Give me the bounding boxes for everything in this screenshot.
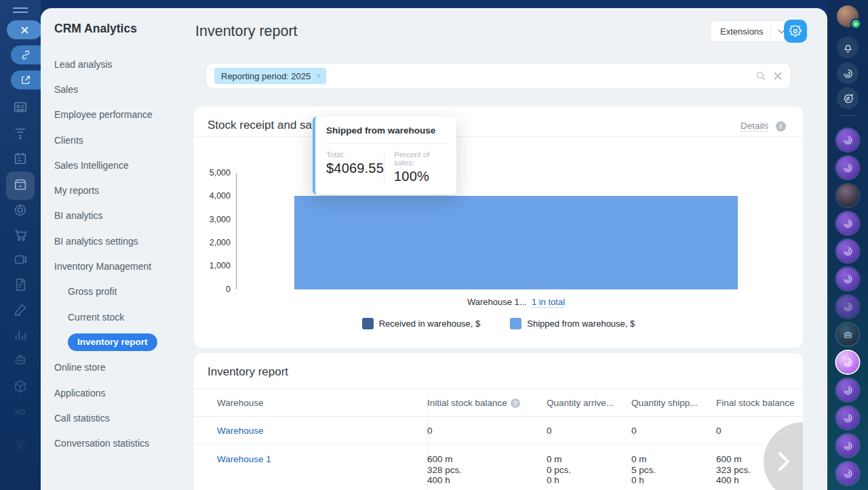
y-tick: 4,000 (199, 191, 231, 201)
store-icon[interactable] (11, 175, 30, 194)
cart-icon[interactable] (11, 226, 30, 245)
camera-icon[interactable] (11, 250, 30, 269)
sidebar-item-clients[interactable]: Clients (41, 127, 194, 152)
sidebar-item-gross-profit[interactable]: Gross profit (41, 279, 194, 304)
column-quantity-shipped[interactable]: Quantity shipp... (631, 398, 716, 408)
contact-card-icon[interactable] (11, 98, 30, 117)
sidebar-item-lead-analysis[interactable]: Lead analysis (41, 52, 194, 77)
sidebar-item-online-store[interactable]: Online store (41, 355, 194, 380)
info-icon[interactable]: i (776, 121, 786, 131)
column-initial-stock[interactable]: Initial stock balance? (427, 398, 547, 408)
planner-icon[interactable] (11, 149, 30, 168)
details-link[interactable]: Details (741, 121, 768, 131)
bar-shipped-from-warehouse[interactable] (294, 196, 738, 289)
tooltip-percent-label: Percent of sales: (394, 150, 446, 167)
sidebar-item-conversation-statistics[interactable]: Conversation statistics (41, 430, 194, 455)
tooltip-title: Shipped from warehouse (326, 125, 446, 136)
right-sidebar (827, 0, 868, 490)
sidebar-item-employee-performance[interactable]: Employee performance (41, 102, 194, 127)
sidebar-item-call-statistics[interactable]: Call statistics (41, 405, 194, 430)
hd-icon[interactable]: HD (11, 403, 30, 422)
bar-chart-icon[interactable] (11, 325, 30, 344)
sidebar-item-sales[interactable]: Sales (41, 77, 194, 102)
table-row[interactable]: Warehouse 1 600 m 328 pcs. 400 h 0 m 0 p… (194, 445, 803, 490)
sidebar-item-sales-intelligence[interactable]: Sales Intelligence (41, 152, 194, 178)
chat-avatar-copilot[interactable] (837, 268, 859, 290)
target-icon[interactable] (11, 201, 30, 220)
x-axis-label: Warehouse 1... 1 in total (294, 297, 738, 307)
sidebar-item-inventory-management[interactable]: Inventory Management (41, 253, 194, 279)
chat-avatar-copilot[interactable] (837, 157, 859, 179)
filter-bar[interactable]: Reporting period: 2025 × (206, 64, 791, 88)
chat-avatar-copilot[interactable] (837, 434, 859, 457)
chart-card: Stock receipt and sale Details i 5,000 4… (194, 106, 803, 348)
y-tick: 5,000 (199, 168, 231, 178)
user-avatar[interactable] (837, 5, 859, 27)
play-badge-icon (850, 18, 861, 29)
question-icon[interactable]: ? (511, 399, 520, 408)
copilot-button[interactable] (837, 62, 859, 84)
legend-swatch-received (362, 318, 374, 329)
chart-title: Stock receipt and sale (208, 119, 321, 132)
card-divider (194, 136, 803, 137)
link-icon (20, 49, 31, 60)
sidebar-title: CRM Analytics (54, 22, 137, 36)
warehouse-link[interactable]: Warehouse (217, 426, 264, 436)
legend-item-received[interactable]: Received in warehouse, $ (362, 318, 481, 329)
chat-avatar-copilot[interactable] (837, 240, 859, 262)
sidebar-item-current-stock[interactable]: Current stock (41, 304, 194, 329)
table-card: Inventory report Warehouse Initial stock… (194, 353, 803, 490)
column-quantity-arrived[interactable]: Quantity arrive... (547, 398, 631, 408)
sidebar-item-bi-analytics-settings[interactable]: BI analytics settings (41, 228, 194, 253)
chat-avatar-robot[interactable] (837, 323, 859, 346)
funnel-icon[interactable] (11, 123, 30, 142)
search-icon[interactable] (755, 70, 766, 81)
chat-avatar-copilot[interactable] (837, 212, 859, 234)
chart-legend: Received in warehouse, $ Shipped from wa… (194, 318, 803, 329)
chat-avatar-copilot-active[interactable] (837, 351, 859, 373)
chevron-right-icon (778, 452, 789, 471)
document-icon[interactable] (11, 275, 30, 294)
box-icon[interactable] (11, 377, 30, 396)
tooltip-divider (326, 143, 446, 144)
settings-button[interactable] (784, 20, 807, 43)
gear-icon[interactable] (11, 436, 30, 455)
legend-item-shipped[interactable]: Shipped from warehouse, $ (510, 318, 635, 329)
chat-avatar-copilot[interactable] (837, 462, 859, 485)
pen-icon[interactable] (11, 300, 30, 319)
y-tick: 2,000 (199, 238, 231, 247)
chat-avatar-copilot[interactable] (837, 379, 859, 401)
extensions-button[interactable]: Extensions (711, 21, 792, 41)
sidebar-item-bi-analytics[interactable]: BI analytics (41, 203, 194, 228)
copy-link-button[interactable] (11, 45, 41, 64)
menu-icon[interactable] (12, 7, 28, 16)
sidebar-menu: Lead analysis Sales Employee performance… (41, 52, 194, 456)
sidebar-item-my-reports[interactable]: My reports (41, 178, 194, 203)
column-warehouse[interactable]: Warehouse (194, 398, 427, 408)
in-total-link[interactable]: 1 in total (532, 297, 565, 308)
close-icon (20, 26, 29, 35)
robot-icon[interactable] (11, 350, 30, 369)
sidebar-item-inventory-report[interactable]: Inventory report (41, 329, 194, 354)
chat-avatar-copilot[interactable] (837, 407, 859, 429)
chat-avatar-copilot[interactable] (837, 129, 859, 151)
warehouse-1-link[interactable]: Warehouse 1 (217, 454, 271, 464)
column-final-stock[interactable]: Final stock balance (716, 398, 803, 408)
chart-tooltip: Shipped from warehouse Total: $4069.55 P… (313, 117, 456, 195)
chat-button[interactable] (837, 87, 859, 109)
y-tick: 1,000 (199, 261, 231, 270)
close-button[interactable] (7, 20, 42, 39)
tooltip-total-value: $4069.55 (326, 161, 384, 176)
clear-filter-icon[interactable] (773, 71, 783, 81)
filter-tag[interactable]: Reporting period: 2025 × (214, 68, 326, 84)
bell-icon (842, 42, 854, 54)
chat-avatar-copilot[interactable] (837, 295, 859, 318)
tag-remove-icon[interactable]: × (316, 71, 321, 81)
open-external-button[interactable] (11, 70, 41, 89)
selected-item-pill: Inventory report (68, 333, 157, 351)
notifications-button[interactable] (837, 37, 859, 58)
sidebar-item-applications[interactable]: Applications (41, 380, 194, 405)
table-title: Inventory report (208, 365, 288, 379)
table-row[interactable]: Warehouse 0 0 0 0 (194, 417, 803, 445)
chat-avatar-photo[interactable] (837, 184, 859, 207)
